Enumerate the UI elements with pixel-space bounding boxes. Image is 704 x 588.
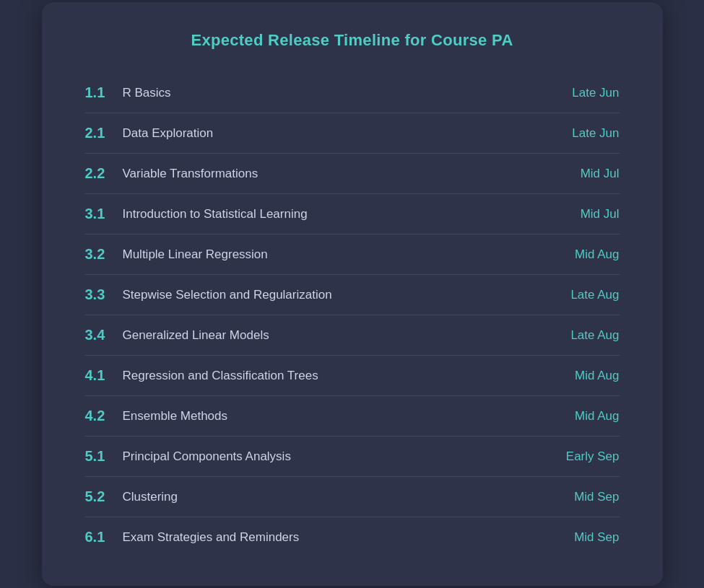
card-title: Expected Release Timeline for Course PA xyxy=(85,31,620,50)
item-title: Data Exploration xyxy=(123,126,540,141)
item-number: 6.1 xyxy=(85,529,123,545)
item-title: Regression and Classification Trees xyxy=(123,369,540,383)
item-date: Late Aug xyxy=(540,328,620,343)
item-title: R Basics xyxy=(123,86,540,100)
item-title: Introduction to Statistical Learning xyxy=(123,207,540,221)
item-title: Variable Transformations xyxy=(123,167,540,181)
item-title: Stepwise Selection and Regularization xyxy=(123,288,540,302)
item-title: Principal Components Analysis xyxy=(123,449,540,464)
item-date: Mid Aug xyxy=(540,409,620,424)
item-title: Multiple Linear Regression xyxy=(123,247,540,262)
item-date: Late Jun xyxy=(540,126,620,141)
item-date: Mid Sep xyxy=(540,530,620,545)
item-title: Clustering xyxy=(123,490,540,504)
timeline-item: 5.1Principal Components AnalysisEarly Se… xyxy=(85,436,620,477)
item-number: 3.1 xyxy=(85,206,123,222)
item-date: Mid Aug xyxy=(540,369,620,383)
item-title: Exam Strategies and Reminders xyxy=(123,530,540,545)
item-title: Generalized Linear Models xyxy=(123,328,540,343)
item-number: 2.2 xyxy=(85,165,123,182)
item-number: 3.4 xyxy=(85,327,123,343)
item-date: Early Sep xyxy=(540,449,620,464)
timeline-item: 1.1R BasicsLate Jun xyxy=(85,73,620,113)
item-date: Mid Jul xyxy=(540,207,620,221)
item-number: 5.2 xyxy=(85,488,123,505)
item-number: 1.1 xyxy=(85,84,123,101)
item-date: Mid Sep xyxy=(540,490,620,504)
item-number: 5.1 xyxy=(85,448,123,465)
timeline-item: 3.2Multiple Linear RegressionMid Aug xyxy=(85,234,620,275)
timeline-list: 1.1R BasicsLate Jun2.1Data ExplorationLa… xyxy=(85,73,620,557)
item-number: 3.2 xyxy=(85,246,123,263)
timeline-item: 2.1Data ExplorationLate Jun xyxy=(85,113,620,154)
item-date: Late Aug xyxy=(540,288,620,302)
timeline-item: 3.4Generalized Linear ModelsLate Aug xyxy=(85,315,620,356)
timeline-card: Expected Release Timeline for Course PA … xyxy=(42,2,663,586)
item-number: 4.1 xyxy=(85,367,123,384)
item-date: Mid Jul xyxy=(540,167,620,181)
timeline-item: 3.3Stepwise Selection and Regularization… xyxy=(85,275,620,315)
timeline-item: 4.1Regression and Classification TreesMi… xyxy=(85,356,620,396)
timeline-item: 4.2Ensemble MethodsMid Aug xyxy=(85,396,620,436)
timeline-item: 5.2ClusteringMid Sep xyxy=(85,477,620,517)
item-number: 4.2 xyxy=(85,408,123,424)
timeline-item: 6.1Exam Strategies and RemindersMid Sep xyxy=(85,517,620,557)
timeline-item: 2.2Variable TransformationsMid Jul xyxy=(85,154,620,194)
item-number: 3.3 xyxy=(85,286,123,303)
item-date: Late Jun xyxy=(540,86,620,100)
timeline-item: 3.1Introduction to Statistical LearningM… xyxy=(85,194,620,234)
item-title: Ensemble Methods xyxy=(123,409,540,424)
item-number: 2.1 xyxy=(85,125,123,141)
item-date: Mid Aug xyxy=(540,247,620,262)
